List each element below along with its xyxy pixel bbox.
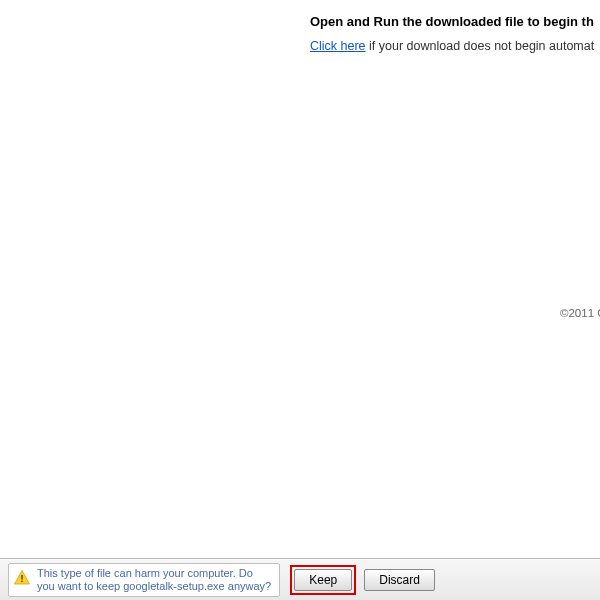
download-subtext: Click here if your download does not beg… [310,39,600,53]
subtext-after: if your download does not begin automat [366,39,595,53]
keep-button-highlight: Keep [290,565,356,595]
warning-icon [13,569,31,591]
discard-button[interactable]: Discard [364,569,435,591]
page-heading: Open and Run the downloaded file to begi… [310,14,600,29]
svg-rect-1 [21,580,23,582]
page-content: Open and Run the downloaded file to begi… [0,0,600,53]
download-warning-text: This type of file can harm your computer… [37,567,271,593]
keep-button[interactable]: Keep [294,569,352,591]
warning-line-2: you want to keep googletalk-setup.exe an… [37,580,271,593]
download-warning-panel: This type of file can harm your computer… [8,563,280,597]
download-shelf: This type of file can harm your computer… [0,558,600,600]
copyright-text: ©2011 G [560,307,600,319]
download-retry-link[interactable]: Click here [310,39,366,53]
warning-line-1: This type of file can harm your computer… [37,567,271,580]
svg-rect-0 [21,575,23,580]
